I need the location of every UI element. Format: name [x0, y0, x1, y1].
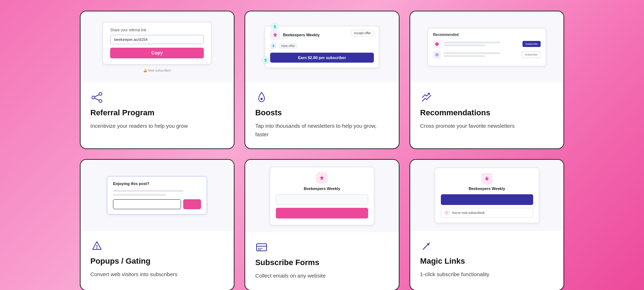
recs-bar-name — [444, 42, 500, 43]
magic-links-title: Magic Links — [420, 257, 554, 266]
popups-body: Popups / Gating Convert web visitors int… — [81, 231, 234, 289]
boosts-card: $ $ Beekeepers Weekly Accept offer $ — [244, 11, 400, 149]
svg-point-7 — [435, 53, 439, 57]
recommendations-title: Recommendations — [420, 108, 554, 117]
boosts-offer-row: $ New offer — [270, 43, 373, 49]
referral-title: Referral Program — [91, 108, 224, 117]
referral-notify: 🔔 New subscriber! — [143, 69, 171, 72]
subscribe-newsletter-name: Beekeepers Weekly — [276, 186, 368, 191]
magic-newsletter-name: Beekeepers Weekly — [441, 186, 533, 191]
svg-point-5 — [261, 98, 263, 100]
magic-links-desc: 1-click subscribe functionality — [420, 270, 554, 278]
features-grid: Share your referral link beekeeper.ac/d1… — [80, 11, 565, 290]
boosts-box: $ $ Beekeepers Weekly Accept offer $ — [265, 26, 379, 68]
popup-email-input[interactable] — [113, 199, 181, 209]
subscribe-forms-title: Subscribe Forms — [255, 258, 389, 267]
recs-bar-area-1 — [444, 42, 519, 46]
referral-icon — [91, 91, 103, 104]
magic-links-body: Magic Links 1-click subscribe functional… — [410, 231, 564, 289]
popups-preview: Enjoying this post? — [81, 160, 234, 231]
subscribe-submit-button[interactable] — [276, 208, 368, 218]
recs-subscribe-button-1[interactable]: Subscribe — [522, 41, 541, 47]
recommendations-preview: Recommended Subscribe — [410, 11, 564, 83]
referral-input[interactable]: beekeeper.ac/d154 — [110, 35, 204, 44]
copy-button[interactable]: Copy — [110, 48, 204, 58]
dollar-inline-icon: $ — [270, 43, 277, 49]
magic-check-icon: ✓ — [444, 210, 450, 216]
magic-logo — [481, 173, 493, 184]
boosts-header: Beekeepers Weekly Accept offer — [270, 30, 373, 40]
subscribe-forms-card: Beekeepers Weekly Subscribe Forms Collec… — [244, 159, 400, 290]
subscribe-forms-preview: Beekeepers Weekly — [245, 160, 399, 232]
boosts-preview: $ $ Beekeepers Weekly Accept offer $ — [245, 11, 399, 83]
popups-desc: Convert web visitors into subscribers — [91, 270, 224, 278]
referral-link-label: Share your referral link — [110, 28, 204, 32]
referral-card: Share your referral link beekeeper.ac/d1… — [80, 11, 235, 149]
magic-success-text: You're now subscribed! — [452, 211, 485, 215]
popup-bar-2 — [113, 194, 166, 196]
svg-line-3 — [95, 95, 99, 97]
popup-input-row — [113, 199, 201, 209]
boosts-new-offer-badge: New offer — [279, 43, 297, 49]
subscribe-box: Beekeepers Weekly — [270, 167, 374, 225]
referral-preview: Share your referral link beekeeper.ac/d1… — [81, 11, 234, 83]
dollar-float2-icon: $ — [262, 56, 269, 64]
recs-row-2: Subscribe — [433, 51, 541, 59]
popup-submit-button[interactable] — [183, 199, 201, 209]
subscribe-forms-icon — [255, 241, 268, 254]
magic-success-row: ✓ You're now subscribed! — [441, 208, 533, 218]
popups-icon — [91, 239, 103, 252]
svg-point-0 — [92, 96, 95, 99]
boosts-accept-button[interactable]: Accept offer — [351, 30, 374, 36]
magic-links-icon — [420, 239, 433, 252]
boosts-desc: Tap into thousands of newsletters to hel… — [255, 122, 389, 138]
recs-bar-name-2 — [444, 52, 500, 54]
recs-bar-area-2 — [444, 52, 519, 57]
boosts-earn-button[interactable]: Earn $2.80 per subscriber — [270, 53, 373, 63]
popup-label: Enjoying this post? — [113, 181, 201, 186]
svg-point-1 — [99, 93, 102, 95]
recs-avatar-2 — [433, 51, 441, 59]
referral-box: Share your referral link beekeeper.ac/d1… — [103, 22, 211, 64]
svg-point-2 — [99, 100, 102, 102]
popups-title: Popups / Gating — [91, 257, 224, 266]
magic-subscribe-button[interactable] — [441, 194, 533, 205]
popup-bar-1 — [113, 190, 184, 192]
recs-subscribe-button-2[interactable]: Subscribe — [522, 51, 541, 58]
recommendations-body: Recommendations Cross promote your favor… — [410, 83, 564, 140]
subscribe-logo-row — [276, 172, 368, 184]
dollar-float-icon: $ — [271, 23, 279, 31]
recs-row-1: Subscribe — [433, 40, 541, 48]
recs-heading: Recommended — [433, 33, 541, 37]
boosts-newsletter-name: Beekeepers Weekly — [283, 33, 320, 37]
magic-logo-row — [441, 173, 533, 184]
recs-box: Recommended Subscribe — [428, 28, 546, 66]
referral-desc: Incentivize your readers to help you gro… — [91, 122, 224, 130]
magic-box: Beekeepers Weekly ✓ You're now subscribe… — [435, 168, 539, 223]
magic-links-card: Beekeepers Weekly ✓ You're now subscribe… — [409, 159, 565, 290]
svg-line-4 — [95, 98, 99, 100]
subscribe-forms-body: Subscribe Forms Collect emails on any we… — [245, 232, 399, 290]
recommendations-card: Recommended Subscribe — [409, 11, 565, 149]
subscribe-forms-desc: Collect emails on any website — [255, 271, 389, 280]
magic-links-preview: Beekeepers Weekly ✓ You're now subscribe… — [410, 160, 564, 231]
recommendations-icon — [420, 91, 433, 104]
referral-body: Referral Program Incentivize your reader… — [81, 83, 234, 140]
recs-bar-desc-2 — [444, 55, 485, 57]
popups-card: Enjoying this post? Popups / Gati — [80, 159, 235, 290]
subscribe-email-input[interactable] — [276, 194, 368, 205]
boosts-title: Boosts — [255, 108, 389, 117]
subscribe-logo — [316, 172, 328, 184]
svg-point-14 — [429, 242, 430, 244]
svg-point-6 — [435, 42, 439, 46]
boosts-icon — [255, 91, 268, 104]
recs-bar-desc — [444, 44, 485, 46]
boosts-logo — [270, 30, 280, 40]
svg-point-9 — [96, 248, 97, 249]
boosts-body: Boosts Tap into thousands of newsletters… — [245, 83, 399, 148]
popup-box: Enjoying this post? — [107, 176, 207, 215]
recommendations-desc: Cross promote your favorite newsletters — [420, 122, 554, 130]
recs-avatar-1 — [433, 40, 441, 48]
